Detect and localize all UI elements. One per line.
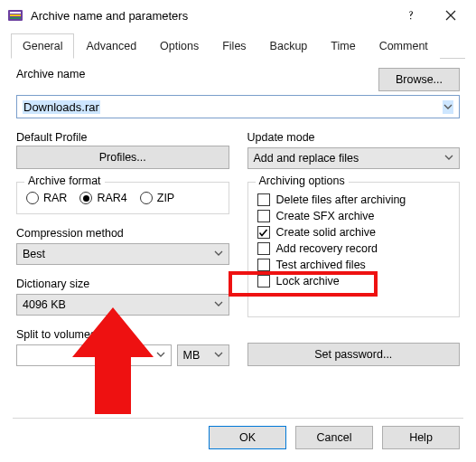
- tab-comment[interactable]: Comment: [368, 33, 440, 59]
- dialog-footer: OK Cancel Help: [0, 419, 476, 462]
- checkbox-lock-archive[interactable]: Lock archive: [257, 275, 451, 288]
- title-bar: Archive name and parameters: [0, 0, 476, 31]
- tab-advanced[interactable]: Advanced: [74, 33, 148, 59]
- split-volumes-label: Split to volumes, size: [16, 328, 229, 341]
- tab-label: Backup: [270, 40, 308, 52]
- dictionary-size-select[interactable]: 4096 KB: [16, 294, 229, 316]
- tab-label: Files: [222, 40, 246, 52]
- select-value: Add and replace files: [254, 152, 359, 165]
- tab-label: Comment: [379, 40, 428, 52]
- svg-rect-2: [10, 14, 21, 16]
- help-button[interactable]: [391, 2, 431, 29]
- select-value: 4096 KB: [23, 298, 66, 311]
- select-value: MB: [183, 349, 201, 362]
- app-icon: [7, 7, 23, 24]
- radio-icon: [26, 192, 39, 204]
- checkbox-label: Lock archive: [276, 275, 340, 288]
- compression-method-label: Compression method: [16, 227, 229, 240]
- checkbox-create-sfx[interactable]: Create SFX archive: [257, 210, 451, 222]
- chevron-down-icon: [214, 248, 223, 260]
- dictionary-size-label: Dictionary size: [16, 278, 229, 290]
- dialog-body: Archive name Browse... Downloads.rar Def…: [0, 59, 476, 412]
- select-value: Best: [23, 248, 45, 260]
- radio-zip[interactable]: ZIP: [140, 192, 174, 204]
- button-label: Profiles...: [99, 151, 146, 164]
- update-mode-select[interactable]: Add and replace files: [247, 147, 461, 169]
- compression-method-select[interactable]: Best: [16, 243, 229, 265]
- radio-rar[interactable]: RAR: [26, 192, 67, 204]
- cancel-button[interactable]: Cancel: [295, 426, 373, 449]
- checkbox-label: Add recovery record: [276, 242, 378, 255]
- tab-label: Options: [160, 40, 199, 52]
- checkbox-icon: [257, 193, 270, 206]
- checkbox-icon: [257, 242, 270, 255]
- svg-rect-3: [10, 17, 21, 19]
- checkbox-label: Create SFX archive: [276, 210, 375, 222]
- checkbox-icon: [257, 259, 270, 271]
- default-profile-label: Default Profile: [16, 131, 229, 144]
- tab-label: Time: [331, 40, 355, 52]
- checkbox-test-archived[interactable]: Test archived files: [257, 259, 451, 271]
- tab-options[interactable]: Options: [148, 33, 210, 59]
- checkbox-create-solid[interactable]: Create solid archive: [257, 226, 451, 239]
- tab-label: General: [23, 40, 62, 52]
- archive-name-value: Downloads.rar: [23, 100, 100, 114]
- update-mode-label: Update mode: [247, 131, 461, 144]
- checkbox-label: Create solid archive: [276, 226, 376, 239]
- chevron-down-icon: [214, 298, 223, 311]
- archive-name-label: Archive name: [16, 68, 368, 80]
- browse-button[interactable]: Browse...: [378, 68, 460, 91]
- archiving-options-group: Archiving options Delete files after arc…: [247, 182, 461, 317]
- tab-files[interactable]: Files: [210, 33, 257, 59]
- set-password-button[interactable]: Set password...: [247, 343, 461, 366]
- checkbox-icon: [257, 210, 270, 222]
- archive-format-legend: Archive format: [24, 174, 105, 187]
- radio-label: RAR4: [97, 192, 126, 204]
- archiving-options-legend: Archiving options: [256, 174, 349, 187]
- checkbox-icon: [257, 226, 270, 239]
- help-footer-button[interactable]: Help: [382, 426, 460, 449]
- split-size-input[interactable]: [16, 344, 172, 366]
- svg-rect-1: [10, 12, 21, 14]
- tab-backup[interactable]: Backup: [258, 33, 320, 59]
- radio-icon: [79, 192, 92, 204]
- button-label: Cancel: [317, 431, 352, 444]
- window-title: Archive name and parameters: [31, 9, 188, 23]
- radio-icon: [140, 192, 153, 204]
- split-unit-select[interactable]: MB: [177, 344, 229, 366]
- checkbox-add-recovery[interactable]: Add recovery record: [257, 242, 451, 255]
- chevron-down-icon: [156, 349, 165, 362]
- checkbox-icon: [257, 275, 270, 288]
- ok-button[interactable]: OK: [209, 426, 286, 449]
- chevron-down-icon: [443, 100, 453, 114]
- chevron-down-icon: [214, 349, 223, 362]
- tab-label: Advanced: [86, 40, 136, 52]
- button-label: Set password...: [314, 348, 392, 361]
- button-label: OK: [239, 431, 256, 444]
- radio-label: RAR: [43, 192, 67, 204]
- archive-format-group: Archive format RAR RAR4 ZIP: [16, 182, 229, 214]
- checkbox-delete-after[interactable]: Delete files after archiving: [257, 193, 451, 206]
- chevron-down-icon: [444, 152, 453, 165]
- profiles-button[interactable]: Profiles...: [16, 146, 229, 169]
- tab-time[interactable]: Time: [319, 33, 367, 59]
- button-label: Browse...: [396, 73, 443, 86]
- button-label: Help: [409, 431, 433, 444]
- checkbox-label: Test archived files: [276, 259, 366, 271]
- radio-rar4[interactable]: RAR4: [79, 192, 126, 204]
- archive-name-input[interactable]: Downloads.rar: [16, 95, 460, 118]
- dialog-window: Archive name and parameters General Adva…: [0, 0, 476, 462]
- close-button[interactable]: [431, 2, 471, 29]
- tab-general[interactable]: General: [11, 33, 74, 59]
- radio-label: ZIP: [157, 192, 174, 204]
- checkbox-label: Delete files after archiving: [276, 193, 406, 206]
- tab-bar: General Advanced Options Files Backup Ti…: [11, 33, 465, 59]
